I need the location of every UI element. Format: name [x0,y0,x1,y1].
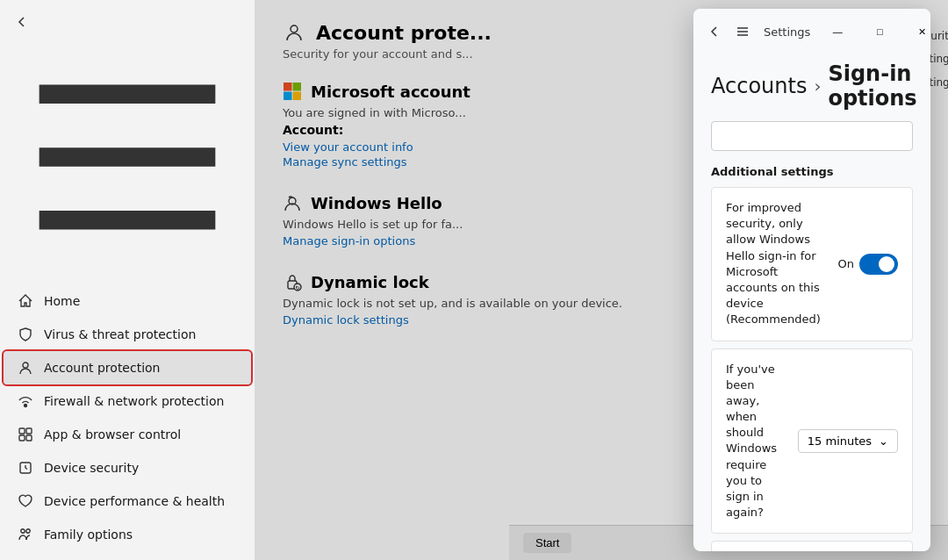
sidebar-item-device-health[interactable]: Device performance & health [4,485,251,518]
settings-dialog: Settings — □ ✕ Accounts › Sign-in option… [693,9,930,551]
family-icon [18,527,33,542]
window-controls: — □ ✕ [817,18,930,46]
back-button[interactable] [0,7,255,37]
sidebar-item-virus[interactable]: Virus & threat protection [4,318,251,351]
close-button[interactable]: ✕ [901,18,930,46]
dropdown-chevron-icon: ⌄ [879,434,888,448]
svg-rect-6 [26,428,32,434]
windows-hello-toggle-wrap: On [838,254,898,275]
svg-rect-5 [19,428,25,434]
main-content: Account prote... Security for your accou… [255,0,948,560]
sidebar-item-firewall[interactable]: Firewall & network protection [4,384,251,418]
svg-point-10 [21,529,25,533]
sidebar-item-history[interactable]: Protection history [4,551,251,560]
sidebar-virus-label: Virus & threat protection [44,327,196,341]
windows-hello-setting-text: For improved security, only allow Window… [726,200,828,328]
sidebar-home-label: Home [44,294,80,308]
dynamic-lock-setting-section: Dynamic lock Automatically lock your dev… [711,541,913,551]
timeout-dropdown[interactable]: 15 minutes ⌄ [798,429,898,453]
sidebar-family-label: Family options [44,528,133,542]
sidebar-item-device-security[interactable]: Device security [4,451,251,485]
sidebar-item-account[interactable]: Account protection [4,351,251,384]
sidebar-item-app[interactable]: App & browser control [4,418,251,451]
svg-rect-7 [19,435,25,441]
svg-point-11 [26,529,30,533]
sidebar-item-home[interactable]: Home [4,284,251,318]
breadcrumb-current: Sign-in options [828,61,916,111]
dialog-title-text: Settings [764,25,810,39]
sidebar: Home Virus & threat protection Account p… [0,0,255,560]
heart-icon [18,493,33,509]
sidebar-device-health-label: Device performance & health [44,494,225,508]
breadcrumb-separator: › [814,75,821,97]
minimize-button[interactable]: — [817,18,858,46]
svg-point-4 [25,405,27,407]
dialog-search-bar[interactable] [711,121,913,151]
dialog-hamburger-button[interactable] [732,21,753,42]
sidebar-app-label: App & browser control [44,427,181,442]
toggle-knob [879,256,894,272]
device-security-icon [18,460,33,476]
timeout-value: 15 minutes [808,434,872,448]
app-icon [18,427,33,442]
windows-hello-setting-row: For improved security, only allow Window… [711,187,913,341]
breadcrumb-accounts[interactable]: Accounts [711,74,807,98]
sidebar-item-family[interactable]: Family options [4,518,251,551]
additional-settings-label: Additional settings [711,165,913,178]
signin-timeout-text: If you've been away, when should Windows… [726,362,787,521]
back-arrow-icon [707,25,722,39]
signin-timeout-setting-row: If you've been away, when should Windows… [711,348,913,535]
sidebar-device-security-label: Device security [44,461,139,475]
dialog-hamburger-icon [736,25,750,39]
person-icon [18,360,33,376]
hamburger-menu[interactable] [0,37,255,277]
dynamic-lock-header[interactable]: Dynamic lock Automatically lock your dev… [712,542,912,551]
sidebar-account-label: Account protection [44,361,161,375]
wifi-icon [18,393,33,409]
dialog-titlebar: Settings — □ ✕ [693,9,930,54]
svg-point-3 [23,363,28,368]
windows-hello-toggle[interactable] [859,254,898,275]
toggle-on-label: On [838,257,854,270]
dialog-content: Additional settings For improved securit… [693,121,930,551]
shield-icon [18,327,33,342]
home-icon [18,293,33,309]
svg-rect-8 [26,435,32,441]
dialog-breadcrumb: Accounts › Sign-in options [693,54,930,121]
sidebar-firewall-label: Firewall & network protection [44,394,224,408]
dialog-back-button[interactable] [704,21,725,42]
maximize-button[interactable]: □ [859,18,900,46]
